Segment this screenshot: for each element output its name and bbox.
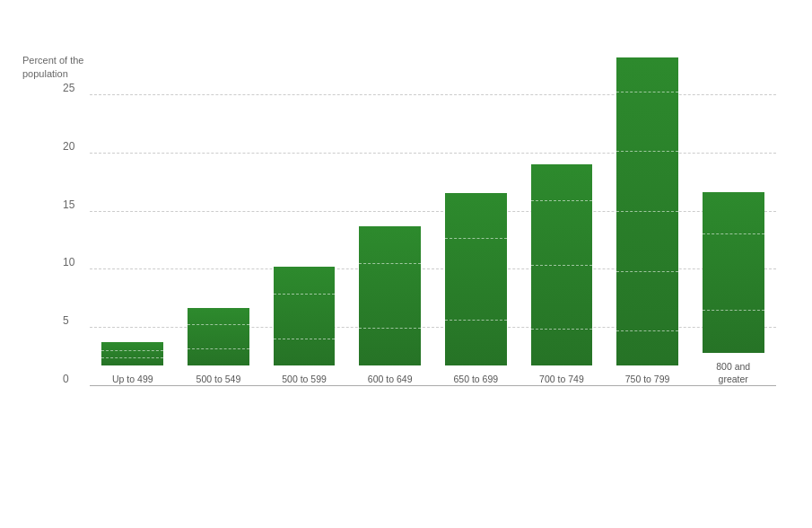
bar-label: 700 to 749 xyxy=(539,373,584,386)
bar-inner-line xyxy=(616,92,678,92)
bar-inner-line xyxy=(101,350,163,351)
bar xyxy=(101,342,163,365)
y-tick-label: 5 xyxy=(63,314,69,327)
bar-inner-line xyxy=(445,238,507,239)
bar-inner-line xyxy=(101,357,163,358)
y-tick-label: 10 xyxy=(63,256,74,268)
y-tick-label: 15 xyxy=(63,198,74,211)
bar xyxy=(703,192,764,353)
bar-label: Up to 499 xyxy=(112,373,153,386)
bar-inner-line xyxy=(531,200,593,201)
bar-inner-line xyxy=(188,348,249,349)
bar xyxy=(359,226,421,366)
chart-area: Percent of thepopulation 0510152025 Up t… xyxy=(90,45,776,422)
bar-label: 600 to 649 xyxy=(368,373,413,386)
bar-label: 750 to 799 xyxy=(625,373,670,386)
bar-group: 650 to 699 xyxy=(433,63,520,386)
bar-group: 750 to 799 xyxy=(605,63,691,386)
bar-inner-line xyxy=(616,330,678,331)
bar-group: 700 to 749 xyxy=(519,63,605,386)
bar-inner-line xyxy=(616,271,678,272)
y-axis-label: Percent of thepopulation xyxy=(22,54,85,82)
y-tick-label: 0 xyxy=(63,373,69,385)
bar-inner-line xyxy=(359,328,421,329)
grid-and-bars: 0510152025 Up to 499500 to 549500 to 599… xyxy=(90,63,776,422)
bar-inner-line xyxy=(274,339,336,339)
bar-inner-line xyxy=(616,211,678,212)
bar xyxy=(274,267,336,365)
bar-inner-line xyxy=(531,265,593,266)
bar-label: 650 to 699 xyxy=(453,373,498,386)
y-tick-label: 20 xyxy=(63,140,74,153)
bar-label: 500 to 549 xyxy=(196,373,241,386)
chart-container: Percent of thepopulation 0510152025 Up t… xyxy=(0,0,812,528)
bar-group: 500 to 549 xyxy=(176,63,262,386)
bar-inner-line xyxy=(531,329,593,330)
bar-inner-line xyxy=(274,294,336,295)
bar-inner-line xyxy=(188,324,249,325)
bar xyxy=(188,308,249,366)
bar-group: 500 to 599 xyxy=(261,63,347,386)
bar xyxy=(531,164,593,365)
y-tick-label: 25 xyxy=(63,82,74,94)
bar-inner-line xyxy=(359,263,421,264)
bar-inner-line xyxy=(445,320,507,321)
bar-inner-line xyxy=(703,233,764,234)
bar-group: 800 andgreater xyxy=(690,63,776,386)
bar-label: 500 to 599 xyxy=(282,373,327,386)
bar xyxy=(616,57,678,366)
bar xyxy=(445,193,507,365)
bar-inner-line xyxy=(616,151,678,152)
bar-label: 800 andgreater xyxy=(716,360,750,386)
bar-group: Up to 499 xyxy=(90,63,176,386)
bar-inner-line xyxy=(703,310,764,311)
bar-group: 600 to 649 xyxy=(347,63,433,386)
bars-row: Up to 499500 to 549500 to 599600 to 6496… xyxy=(90,63,776,386)
